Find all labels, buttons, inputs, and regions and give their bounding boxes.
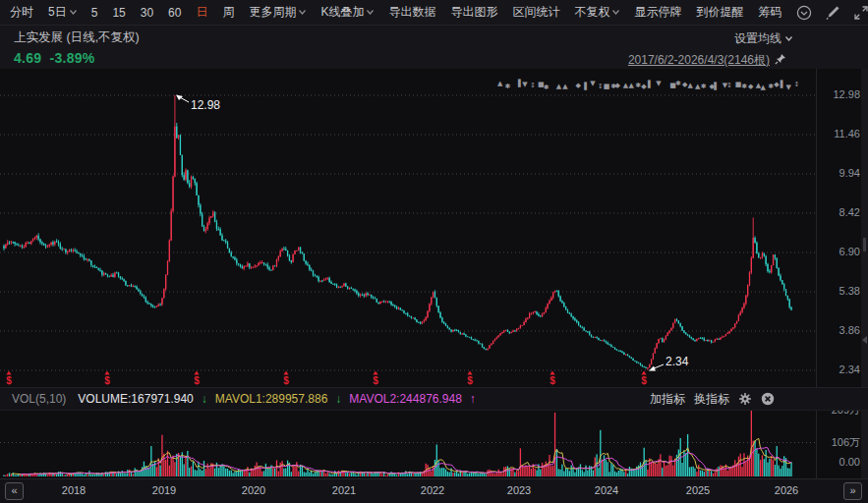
toolbar-item-10[interactable]: K线叠加 [320, 4, 374, 21]
svg-text:↕: ↕ [530, 82, 536, 89]
toolbar-item-8[interactable]: 周 [222, 4, 234, 21]
event-marker-strip[interactable]: ▲✱▌▼↕■✱▲▲◆▌▼↕■✱◆▲▲✱◆▌▼■✱◆▲▲✱◆▌▼↕■✱◆▲▲✱◆▌… [497, 79, 799, 90]
toolbar-item-label: 导出图形 [450, 4, 497, 21]
svg-text:$: $ [550, 375, 555, 386]
price-tick-label: 8.42 [821, 206, 860, 218]
candlestick-chart[interactable]: ▲✱▌▼↕■✱▲▲◆▌▼↕■✱◆▲▲✱◆▌▼■✱◆▲▲✱◆▌▼↕■✱◆▲▲✱◆▌… [0, 0, 868, 503]
svg-text:▌: ▌ [713, 82, 719, 90]
year-label-2024: 2024 [595, 484, 618, 496]
price-tick-label: 11.46 [821, 128, 860, 140]
toolbar-item-label: 60 [168, 6, 181, 20]
toolbar-item-label: 5 [91, 6, 98, 20]
toolbar-item-label: 区间统计 [512, 4, 559, 21]
year-label-2019: 2019 [152, 484, 176, 496]
toolbar-item-12[interactable]: 导出图形 [450, 4, 497, 21]
svg-text:▲: ▲ [497, 80, 503, 87]
toolbar-item-label: 导出数据 [388, 4, 435, 21]
svg-text:✱: ✱ [544, 84, 550, 91]
toolbar-item-6[interactable]: 60 [168, 6, 181, 20]
close-pane-icon[interactable] [761, 392, 775, 406]
svg-text:◆: ◆ [615, 82, 621, 89]
toolbar-item-14[interactable]: 不复权 [574, 4, 619, 21]
low-annotation: 2.34 [665, 355, 689, 368]
year-label-2021: 2021 [332, 484, 356, 496]
svg-text:$: $ [104, 375, 110, 386]
fullscreen-icon[interactable] [853, 5, 868, 21]
year-label-2023: 2023 [507, 484, 531, 496]
svg-text:▼: ▼ [522, 81, 528, 88]
toolbar-item-2[interactable]: 5日 [48, 4, 77, 21]
high-annotation: 12.98 [191, 98, 220, 112]
scroll-right-button[interactable]: » [843, 482, 862, 500]
toolbar-item-label: 筹码 [758, 4, 781, 21]
date-range-link[interactable]: 2017/6/2-2026/4/3(2146根) [628, 52, 770, 69]
svg-text:▼: ▼ [656, 80, 662, 87]
dividend-markers[interactable]: $$$$$$$$ [6, 371, 647, 387]
toolbar-item-label: 周 [222, 4, 234, 21]
price-tick-label: 12.98 [821, 88, 860, 100]
time-axis: 201820192020202120222023202420252026 « » [0, 478, 868, 503]
toolbar-item-1[interactable]: 分时 [10, 4, 33, 21]
scroll-left-button[interactable]: « [5, 482, 24, 500]
price-gridlines [0, 69, 817, 478]
toolbar-item-label: 分时 [10, 4, 33, 21]
svg-text:$: $ [283, 375, 289, 386]
change-percent: -3.89% [49, 50, 94, 66]
chevron-down-icon [367, 10, 374, 15]
symbol-title: 上实发展 (日线,不复权) [14, 29, 140, 46]
toolbar-item-13[interactable]: 区间统计 [512, 4, 559, 21]
svg-text:✱: ✱ [701, 83, 707, 90]
pin-icon[interactable] [775, 53, 786, 68]
pane-collapse-arrow-icon[interactable] [862, 336, 867, 344]
toolbar-item-16[interactable]: 到价提醒 [696, 4, 743, 21]
stock-chart-window: ▲✱▌▼↕■✱▲▲◆▌▼↕■✱◆▲▲✱◆▌▼■✱◆▲▲✱◆▌▼↕■✱◆▲▲✱◆▌… [0, 0, 868, 503]
svg-text:✱: ✱ [741, 83, 747, 90]
toolbar-item-label: 15 [112, 6, 125, 20]
svg-text:$: $ [6, 375, 12, 386]
mavol1-value: MAVOL1:289957.886 [215, 392, 328, 406]
scrollbar-handle-icon[interactable] [863, 238, 866, 252]
svg-text:▼: ▼ [786, 84, 792, 91]
date-range-row: 2017/6/2-2026/4/3(2146根) [628, 52, 786, 69]
year-label-2026: 2026 [775, 484, 798, 496]
svg-text:▲: ▲ [688, 82, 694, 89]
brush-icon[interactable] [825, 5, 840, 21]
toolbar-item-7[interactable]: 日 [196, 4, 207, 21]
toolbar-item-4[interactable]: 15 [112, 6, 125, 20]
svg-text:$: $ [641, 375, 647, 386]
switch-indicator-button[interactable]: 换指标 [694, 391, 729, 408]
add-indicator-button[interactable]: 加指标 [650, 391, 685, 408]
svg-text:◆: ◆ [774, 81, 780, 88]
right-scrollbar[interactable] [861, 69, 868, 478]
last-price-change: 4.69-3.89% [14, 50, 95, 66]
svg-text:▲: ▲ [760, 84, 766, 91]
toolbar-item-5[interactable]: 30 [141, 6, 153, 20]
svg-text:▲: ▲ [629, 82, 635, 89]
price-tick-label: 9.94 [821, 167, 860, 179]
volume-tick-label: 0.00 [815, 456, 860, 468]
mavol1-down-arrow-icon: ↓ [335, 392, 341, 406]
toolbar-item-3[interactable]: 5 [91, 6, 98, 20]
mavol2-up-arrow-icon: ↑ [470, 392, 476, 406]
ma-settings-button[interactable]: 设置均线 [734, 30, 792, 47]
svg-text:◆: ◆ [575, 82, 581, 89]
year-label-2020: 2020 [242, 484, 265, 496]
toolbar-item-11[interactable]: 导出数据 [388, 4, 435, 21]
gear-icon[interactable] [738, 392, 752, 406]
toolbar-item-9[interactable]: 更多周期 [249, 4, 306, 21]
svg-text:$: $ [373, 375, 378, 386]
price-tick-label: 5.38 [821, 285, 860, 297]
toolbar-item-17[interactable]: 筹码 [758, 4, 781, 21]
year-label-2025: 2025 [686, 484, 710, 496]
collapse-circle-icon[interactable] [796, 5, 812, 21]
toolbar-item-label: 5日 [48, 4, 67, 21]
svg-text:▌: ▌ [780, 80, 785, 88]
volume-down-arrow-icon: ↓ [202, 392, 207, 406]
toolbar-item-label: 更多周期 [249, 4, 296, 21]
toolbar-item-15[interactable]: 显示停牌 [634, 4, 681, 21]
svg-text:↕: ↕ [726, 82, 732, 89]
mavol2-value: MAVOL2:244876.948 [349, 392, 462, 406]
toolbar-item-label: 30 [141, 6, 153, 20]
svg-text:◆: ◆ [748, 83, 754, 90]
svg-text:▲: ▲ [562, 83, 568, 90]
